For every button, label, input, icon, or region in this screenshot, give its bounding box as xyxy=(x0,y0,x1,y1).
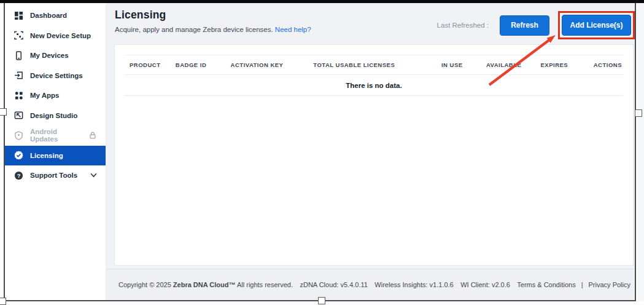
last-refreshed-label: Last Refreshed : xyxy=(437,22,489,29)
column-header-total-usable-licenses: TOTAL USABLE LICENSES xyxy=(308,55,429,74)
wi-client-version: WI Client: v2.0.6 xyxy=(460,281,510,288)
sidebar-item-label: New Device Setup xyxy=(30,32,91,39)
footer-link-separator: | xyxy=(581,281,583,288)
chevron-down-icon xyxy=(90,173,97,178)
column-header-activation-key: ACTIVATION KEY xyxy=(226,55,309,74)
resize-handle-left[interactable] xyxy=(0,108,7,116)
column-header-product: PRODUCT xyxy=(125,55,171,74)
smartphone-icon xyxy=(14,51,23,60)
device-settings-icon xyxy=(14,71,23,80)
shield-icon xyxy=(14,131,23,140)
wireless-insights-version: Wireless Insights: v1.1.0.6 xyxy=(374,281,453,288)
svg-text:?: ? xyxy=(17,173,21,179)
sidebar-item-label: Licensing xyxy=(30,152,63,159)
sidebar-item-my-devices[interactable]: My Devices xyxy=(5,46,106,66)
right-margin xyxy=(637,3,644,301)
sidebar-item-label: Design Studio xyxy=(30,112,77,119)
column-header-in-use: IN USE xyxy=(429,55,468,74)
sidebar-item-label: Android Updates xyxy=(30,128,82,143)
sidebar-item-support-tools[interactable]: ? Support Tools xyxy=(5,165,106,186)
screenshot: Dashboard New Device Setup My Devices xyxy=(0,0,644,305)
sidebar-item-label: Support Tools xyxy=(30,172,77,179)
qr-scan-icon xyxy=(14,31,23,40)
copyright-text: Copyright © 2025 Zebra DNA Cloud™ All ri… xyxy=(118,281,293,288)
license-table: PRODUCT BADGE ID ACTIVATION KEY TOTAL US… xyxy=(125,55,623,96)
design-cursor-icon xyxy=(14,111,23,120)
question-circle-icon: ? xyxy=(14,171,23,180)
resize-handle-bottom-left[interactable] xyxy=(0,298,6,305)
footer-links: Terms & Conditions | Privacy Policy xyxy=(517,281,630,288)
dashboard-icon xyxy=(14,11,23,20)
column-header-badge-id: BADGE ID xyxy=(171,55,226,74)
sidebar-item-device-settings[interactable]: Device Settings xyxy=(5,66,106,86)
sidebar-item-label: My Devices xyxy=(30,52,69,59)
sidebar-item-label: Device Settings xyxy=(30,72,83,79)
sidebar-item-design-studio[interactable]: Design Studio xyxy=(5,106,106,126)
sidebar-item-my-apps[interactable]: My Apps xyxy=(5,85,106,106)
window-top-border xyxy=(0,0,644,3)
resize-handle-bottom[interactable] xyxy=(318,297,325,304)
privacy-link[interactable]: Privacy Policy xyxy=(589,281,630,288)
footer: Copyright © 2025 Zebra DNA Cloud™ All ri… xyxy=(106,269,635,300)
sidebar-item-label: Dashboard xyxy=(30,12,67,19)
add-license-button[interactable]: Add License(s) xyxy=(562,15,631,36)
refresh-button[interactable]: Refresh xyxy=(500,15,549,36)
sidebar-item-label: My Apps xyxy=(30,92,60,99)
terms-link[interactable]: Terms & Conditions xyxy=(517,281,575,288)
table-empty-message: There is no data. xyxy=(125,75,623,96)
sidebar-item-licensing[interactable]: Licensing xyxy=(5,146,106,166)
zdna-version: zDNA Cloud: v5.4.0.11 xyxy=(300,281,367,288)
sidebar-item-dashboard[interactable]: Dashboard xyxy=(5,6,106,26)
brand-name: Zebra DNA Cloud™ xyxy=(173,281,236,288)
table-header-row: PRODUCT BADGE ID ACTIVATION KEY TOTAL US… xyxy=(125,55,623,75)
annotation-highlight-box: Add License(s) xyxy=(558,11,635,39)
lock-icon xyxy=(88,131,97,140)
column-header-expires: EXPIRES xyxy=(526,55,573,74)
resize-handle-right[interactable] xyxy=(635,109,642,117)
license-badge-icon xyxy=(14,151,23,160)
sidebar: Dashboard New Device Setup My Devices xyxy=(5,3,106,300)
app-window: Dashboard New Device Setup My Devices xyxy=(4,3,636,301)
main-content: Licensing Acquire, apply and manage Zebr… xyxy=(106,3,635,300)
column-header-available: AVAILABLE xyxy=(468,55,527,74)
column-header-actions: ACTIONS xyxy=(573,55,623,74)
license-table-card: PRODUCT BADGE ID ACTIVATION KEY TOTAL US… xyxy=(114,44,634,266)
need-help-link[interactable]: Need help? xyxy=(275,26,311,33)
sidebar-item-android-updates[interactable]: Android Updates xyxy=(5,125,106,146)
header-actions: Last Refreshed : Refresh Add License(s) xyxy=(437,11,635,39)
apps-grid-icon xyxy=(14,91,23,100)
sidebar-item-new-device-setup[interactable]: New Device Setup xyxy=(5,26,106,46)
